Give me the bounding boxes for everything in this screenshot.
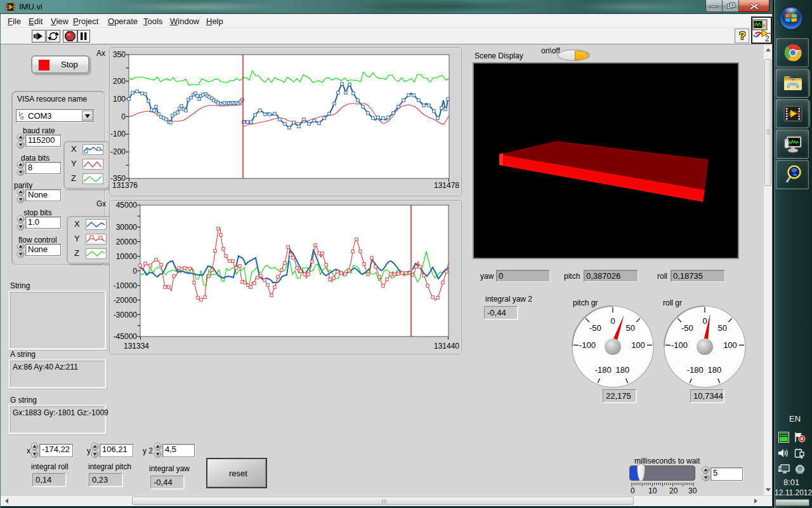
svg-text:0: 0 xyxy=(133,267,137,276)
svg-text:0: 0 xyxy=(702,316,707,326)
svg-text:100: 100 xyxy=(113,95,126,104)
svg-text:131440: 131440 xyxy=(434,342,459,351)
svg-text:-50: -50 xyxy=(589,323,601,333)
svg-text:50: 50 xyxy=(625,323,634,333)
svg-text:131334: 131334 xyxy=(124,342,149,351)
svg-text:O: O xyxy=(20,116,24,120)
svg-text:-30000: -30000 xyxy=(114,311,138,319)
svg-text:100: 100 xyxy=(723,340,737,350)
svg-text:131376: 131376 xyxy=(112,181,138,190)
svg-text:-180: -180 xyxy=(687,365,704,375)
svg-text:0: 0 xyxy=(121,112,126,121)
svg-text:-20000: -20000 xyxy=(114,296,138,305)
svg-text:131478: 131478 xyxy=(434,181,459,190)
svg-text:-100: -100 xyxy=(110,130,126,138)
svg-text:10000: 10000 xyxy=(116,252,138,261)
svg-text:-50: -50 xyxy=(681,323,693,333)
svg-text:I: I xyxy=(19,111,20,116)
svg-text:-100: -100 xyxy=(671,340,688,350)
svg-text:180: 180 xyxy=(707,365,721,375)
svg-text:100: 100 xyxy=(631,340,645,350)
svg-text:-180: -180 xyxy=(595,365,612,375)
svg-text:-200: -200 xyxy=(110,147,126,156)
svg-text:180: 180 xyxy=(615,365,629,375)
svg-text:50: 50 xyxy=(717,323,726,333)
svg-text:-10000: -10000 xyxy=(114,281,138,290)
svg-text:-45000: -45000 xyxy=(114,332,138,341)
svg-text:0: 0 xyxy=(610,316,615,326)
svg-text:30000: 30000 xyxy=(116,223,138,232)
svg-text:2: 2 xyxy=(765,34,769,43)
svg-text:200: 200 xyxy=(113,77,126,86)
svg-text:45000: 45000 xyxy=(116,201,138,210)
svg-text:-100: -100 xyxy=(579,340,596,350)
svg-text:350: 350 xyxy=(113,50,126,59)
svg-text:20000: 20000 xyxy=(116,237,138,246)
